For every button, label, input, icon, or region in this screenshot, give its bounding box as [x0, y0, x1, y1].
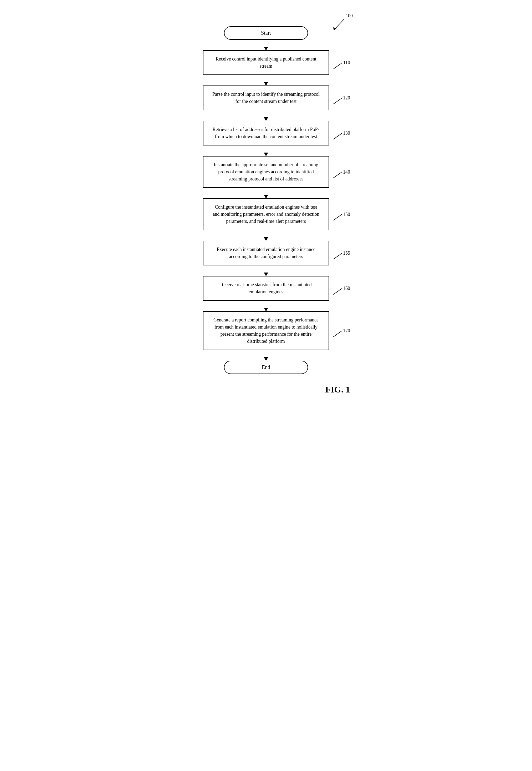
- arrow-8: [266, 301, 266, 311]
- ref-110: 110: [332, 60, 350, 65]
- arrow-1: [266, 40, 266, 50]
- step-155-row: Execute each instantiated emulation engi…: [177, 241, 355, 266]
- arrow-7: [266, 266, 266, 276]
- ref-140: 140: [331, 169, 350, 175]
- end-node: End: [224, 361, 308, 374]
- ref-120: 120: [331, 95, 350, 101]
- ref-130: 130: [331, 130, 350, 136]
- step-170-row: Generate a report compiling the streamin…: [177, 311, 355, 350]
- arrow-4: [266, 145, 266, 156]
- ref-160: 160: [331, 286, 350, 291]
- step-120-row: Parse the control input to identify the …: [177, 85, 355, 110]
- arrow-2: [266, 75, 266, 85]
- start-node-wrapper: Start: [177, 26, 355, 40]
- flowchart-container: 100 Start Receive control input identify…: [177, 11, 355, 395]
- step-110-row: Receive control input identifying a publ…: [177, 50, 355, 75]
- arrow-9: [266, 350, 266, 361]
- ref-170: 170: [331, 328, 350, 334]
- step-150-row: Configure the instantiated emulation eng…: [177, 199, 355, 230]
- step-140-row: Instantiate the appropriate set and numb…: [177, 156, 355, 188]
- step-155-node: Execute each instantiated emulation engi…: [203, 241, 329, 266]
- figure-label: FIG. 1: [325, 385, 350, 395]
- step-170-node: Generate a report compiling the streamin…: [203, 311, 329, 350]
- step-130-node: Retrieve a list of addresses for distrib…: [203, 121, 329, 145]
- step-120-node: Parse the control input to identify the …: [203, 85, 329, 110]
- step-130-row: Retrieve a list of addresses for distrib…: [177, 121, 355, 145]
- step-110-node: Receive control input identifying a publ…: [203, 50, 329, 75]
- step-150-node: Configure the instantiated emulation eng…: [203, 199, 329, 230]
- end-node-wrapper: End: [177, 361, 355, 374]
- arrow-5: [266, 188, 266, 199]
- arrow-6: [266, 230, 266, 241]
- start-node: Start: [224, 26, 308, 40]
- step-160-node: Receive real-time statistics from the in…: [203, 276, 329, 301]
- step-160-row: Receive real-time statistics from the in…: [177, 276, 355, 301]
- ref-155: 155: [331, 251, 350, 256]
- ref-150: 150: [331, 212, 350, 217]
- arrow-3: [266, 110, 266, 121]
- step-140-node: Instantiate the appropriate set and numb…: [203, 156, 329, 188]
